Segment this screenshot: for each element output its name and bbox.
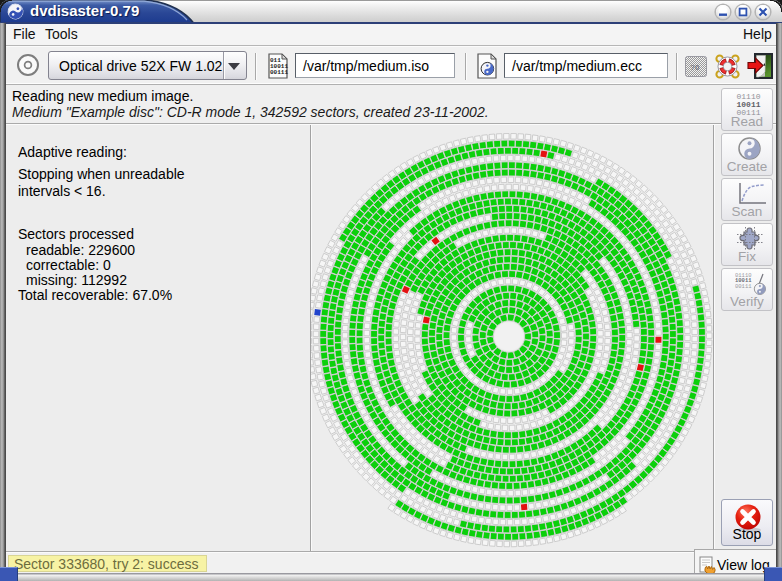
svg-text:?0: ?0 — [690, 63, 700, 72]
svg-text:00111: 00111 — [270, 69, 288, 76]
svg-text:00111: 00111 — [735, 283, 752, 290]
